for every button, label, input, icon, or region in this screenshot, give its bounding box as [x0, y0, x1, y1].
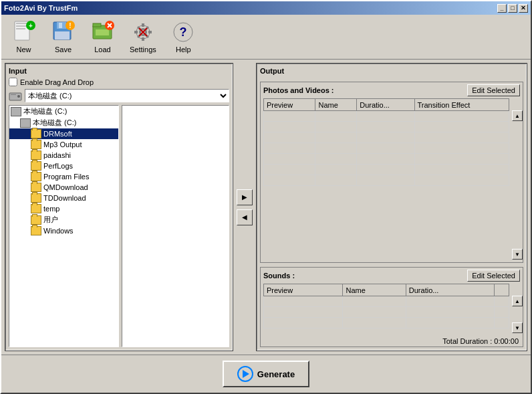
load-label: Load [94, 45, 110, 54]
svg-rect-3 [16, 28, 25, 29]
settings-icon [131, 20, 155, 44]
help-button[interactable]: ? Help [165, 17, 202, 56]
tree-item-drmsoft[interactable]: DRMsoft [9, 128, 118, 139]
photos-scroll-down-button[interactable]: ▼ [512, 249, 523, 260]
table-row [264, 296, 509, 307]
folder-icon [31, 204, 41, 213]
play-triangle-icon [243, 370, 249, 378]
svg-rect-13 [93, 23, 101, 27]
bottom-bar: Generate [1, 355, 531, 393]
toolbar: + New ! Save [1, 15, 531, 60]
minimize-button[interactable]: _ [497, 4, 507, 13]
remove-arrow-button[interactable]: ◀ [237, 209, 253, 225]
new-icon: + [12, 20, 36, 44]
load-icon [91, 20, 115, 44]
tree-item-drive-root[interactable]: 本地磁盘 (C:) [9, 106, 118, 117]
sounds-col-preview: Preview [264, 284, 343, 296]
settings-button[interactable]: Settings [124, 17, 162, 56]
drive-selector[interactable]: 本地磁盘 (C:) [25, 89, 229, 102]
close-button[interactable]: ✕ [519, 4, 528, 13]
save-button[interactable]: ! Save [45, 17, 82, 56]
svg-rect-14 [96, 29, 109, 35]
folder-tree[interactable]: 本地磁盘 (C:) 本地磁盘 (C:) DRMsoft Mp3 Output [9, 105, 119, 347]
tree-item-perflogs[interactable]: PerfLogs [9, 161, 118, 171]
svg-text:!: ! [69, 22, 71, 29]
generate-button[interactable]: Generate [223, 361, 309, 387]
maximize-button[interactable]: □ [508, 4, 517, 13]
title-bar: Foto2Avi By TrustFm _ □ ✕ [1, 1, 531, 15]
photos-table: Preview Name Duratio... Transition Effec… [263, 98, 509, 186]
sounds-col-empty [494, 284, 509, 296]
tree-item-paidashi[interactable]: paidashi [9, 150, 118, 161]
add-arrow-button[interactable]: ▶ [237, 189, 253, 205]
output-panel: Output Photos and Videos : Edit Selected… [257, 64, 527, 351]
tree-item-drive-c[interactable]: 本地磁盘 (C:) [9, 117, 118, 128]
main-window: Foto2Avi By TrustFm _ □ ✕ + New [0, 0, 532, 394]
tree-item-windows[interactable]: Windows [9, 225, 118, 236]
main-content: Input Enable Drag And Drop 本地磁盘 (C:) [1, 60, 531, 355]
sounds-col-name: Name [343, 284, 406, 296]
tree-item-qmdownload[interactable]: QMDownload [9, 182, 118, 193]
svg-rect-8 [59, 23, 62, 28]
table-row [264, 132, 509, 143]
folder-icon [31, 215, 41, 225]
table-row [264, 111, 509, 122]
total-duration-row: Total Duration : 0:00:00 [261, 336, 523, 347]
sounds-section-header: Sounds : Edit Selected [261, 268, 523, 284]
photos-section-header: Photos and Videos : Edit Selected [261, 82, 523, 98]
svg-rect-24 [148, 31, 152, 33]
total-duration-label: Total Duration : [442, 337, 492, 345]
svg-point-35 [17, 95, 20, 98]
load-button[interactable]: Load [84, 17, 121, 56]
generate-label: Generate [257, 369, 295, 379]
drive-select-row: 本地磁盘 (C:) [9, 89, 229, 102]
sounds-scroll-up-button[interactable]: ▲ [512, 296, 523, 306]
save-label: Save [55, 45, 72, 54]
table-row [264, 318, 509, 328]
svg-rect-23 [134, 31, 138, 33]
table-row [264, 143, 509, 154]
tree-item-programfiles[interactable]: Program Files [9, 171, 118, 182]
window-title: Foto2Avi By TrustFm [4, 4, 78, 12]
tree-item-temp[interactable]: temp [9, 203, 118, 214]
photos-col-duration: Duratio... [357, 99, 414, 111]
new-button[interactable]: + New [5, 17, 42, 56]
enable-drag-drop-checkbox[interactable] [9, 78, 17, 86]
svg-rect-9 [55, 31, 70, 39]
sounds-col-duration: Duratio... [406, 284, 494, 296]
total-duration-value: 0:00:00 [494, 337, 519, 345]
generate-play-icon [237, 366, 253, 382]
sounds-scroll-down-button[interactable]: ▼ [512, 322, 523, 333]
help-icon: ? [171, 20, 195, 44]
new-label: New [16, 45, 31, 54]
window-controls: _ □ ✕ [497, 4, 528, 13]
folder-icon [31, 172, 41, 181]
input-panel-label: Input [9, 67, 229, 75]
photos-videos-section: Photos and Videos : Edit Selected Previe… [260, 82, 523, 263]
svg-text:+: + [29, 22, 33, 29]
folder-icon [31, 226, 41, 235]
photos-edit-selected-button[interactable]: Edit Selected [467, 84, 520, 96]
transfer-arrows: ▶ ◀ [237, 64, 253, 351]
hdd-icon [20, 118, 31, 128]
table-row [264, 122, 509, 132]
folder-icon [31, 183, 41, 192]
sounds-edit-selected-button[interactable]: Edit Selected [467, 270, 520, 282]
photos-col-transition: Transition Effect [414, 99, 509, 111]
tree-item-user[interactable]: 用户 [9, 214, 118, 225]
sounds-table: Preview Name Duratio... [263, 284, 509, 328]
table-row [264, 307, 509, 318]
svg-rect-21 [142, 23, 144, 27]
table-row [264, 165, 509, 175]
file-list[interactable] [122, 105, 229, 347]
photos-scroll-up-button[interactable]: ▲ [512, 110, 523, 121]
folder-icon [31, 193, 41, 203]
table-row [264, 154, 509, 165]
tree-item-mp3output[interactable]: Mp3 Output [9, 139, 118, 150]
tree-item-tddownload[interactable]: TDDownload [9, 193, 118, 203]
svg-rect-22 [142, 37, 144, 41]
input-panel: Input Enable Drag And Drop 本地磁盘 (C:) [5, 64, 233, 351]
help-label: Help [176, 45, 191, 54]
drag-drop-row: Enable Drag And Drop [9, 78, 229, 86]
folder-icon [31, 161, 41, 171]
